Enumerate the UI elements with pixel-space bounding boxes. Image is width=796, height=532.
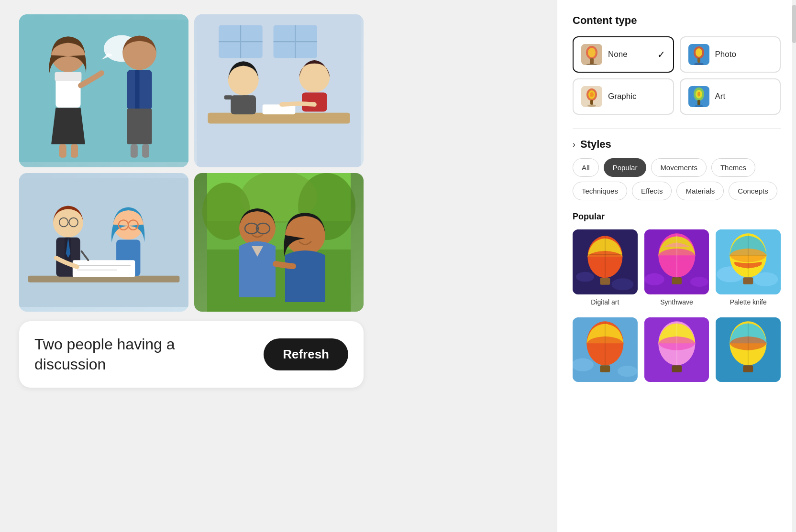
popular-style-grid-1: Digital art [573,229,781,306]
style-tag-movements[interactable]: Movements [651,158,707,177]
svg-rect-0 [19,20,188,162]
svg-rect-106 [600,365,610,372]
style-tag-all[interactable]: All [573,158,599,177]
style-item-4[interactable] [573,317,638,382]
svg-point-102 [573,358,594,371]
svg-rect-45 [207,250,351,312]
style-label-palette-knife: Palette knife [730,298,767,306]
style-thumb-digital-art [573,229,638,294]
svg-rect-5 [71,144,78,158]
svg-rect-3 [55,72,82,81]
style-thumb-4 [573,317,638,382]
styles-title: Styles [580,138,611,151]
svg-rect-91 [672,277,682,284]
style-thumb-synthwave [644,229,709,294]
svg-rect-10 [127,109,152,144]
prompt-area: Two people having a discussion Refresh [19,321,364,388]
divider [573,128,781,129]
svg-point-78 [576,272,594,282]
svg-rect-24 [242,95,250,99]
content-type-photo-thumb [688,44,709,65]
style-label-synthwave: Synthwave [660,298,693,306]
svg-rect-110 [672,365,682,372]
svg-rect-23 [224,95,232,99]
check-icon: ✓ [657,49,665,60]
style-item-6[interactable] [716,317,781,382]
style-tag-themes[interactable]: Themes [711,158,755,177]
svg-rect-11 [131,144,138,158]
style-thumb-6 [716,317,781,382]
svg-rect-41 [73,260,135,277]
svg-point-88 [690,277,708,287]
image-cell-3[interactable] [19,173,188,312]
popular-title: Popular [573,212,781,222]
svg-rect-100 [743,277,753,284]
svg-rect-69 [590,100,593,105]
right-panel: Content type None ✓ [557,0,796,532]
svg-rect-114 [743,365,753,372]
svg-point-70 [587,105,596,107]
style-item-palette-knife[interactable]: Palette knife [716,229,781,306]
svg-rect-12 [142,144,149,158]
style-tags: All Popular Movements Themes Techniques … [573,158,781,200]
svg-rect-58 [590,58,594,64]
style-item-digital-art[interactable]: Digital art [573,229,638,306]
content-type-none-thumb [581,44,602,65]
left-panel: Two people having a discussion Refresh [0,0,557,532]
style-tag-effects[interactable]: Effects [632,182,672,200]
content-type-art[interactable]: Art [680,78,781,115]
image-grid [19,14,364,312]
svg-point-79 [611,278,633,290]
content-type-graphic-thumb [581,86,602,107]
style-tag-popular[interactable]: Popular [604,158,647,177]
style-tag-materials[interactable]: Materials [676,182,724,200]
content-type-photo[interactable]: Photo [680,36,781,73]
content-type-art-label: Art [715,92,726,101]
content-type-grid: None ✓ Photo [573,36,781,115]
svg-point-103 [618,366,638,377]
content-type-graphic-label: Graphic [608,92,637,101]
style-tag-concepts[interactable]: Concepts [729,182,777,200]
image-cell-1[interactable] [19,14,188,167]
content-type-title: Content type [573,14,781,27]
svg-point-68 [590,92,594,97]
content-type-graphic[interactable]: Graphic [573,78,674,115]
prompt-text: Two people having a discussion [34,335,250,374]
svg-point-62 [696,48,702,57]
refresh-button[interactable]: Refresh [264,338,348,370]
svg-point-57 [588,48,596,57]
styles-header[interactable]: › Styles [573,138,781,151]
svg-point-87 [644,273,664,285]
svg-rect-9 [135,70,139,110]
style-thumb-5 [644,317,709,382]
svg-point-54 [285,215,325,255]
svg-point-74 [697,92,700,97]
image-cell-2[interactable] [194,14,364,167]
content-type-none[interactable]: None ✓ [573,36,674,73]
content-type-none-label: None [608,50,628,59]
svg-rect-83 [600,278,610,285]
style-item-5[interactable] [644,317,709,382]
popular-style-grid-2 [573,317,781,382]
scrollbar-track[interactable] [792,0,796,532]
content-type-photo-label: Photo [715,50,736,59]
image-cell-4[interactable] [194,173,364,312]
style-label-digital-art: Digital art [591,298,619,306]
svg-rect-4 [59,144,66,158]
style-tag-techniques[interactable]: Techniques [573,182,627,200]
content-type-art-thumb [688,86,709,107]
scrollbar-thumb[interactable] [792,5,796,43]
svg-rect-63 [697,58,700,63]
svg-rect-28 [19,178,188,307]
styles-chevron-icon: › [573,140,575,150]
style-thumb-palette-knife [716,229,781,294]
style-item-synthwave[interactable]: Synthwave [644,229,709,306]
svg-rect-75 [697,100,700,105]
svg-point-25 [299,62,330,92]
